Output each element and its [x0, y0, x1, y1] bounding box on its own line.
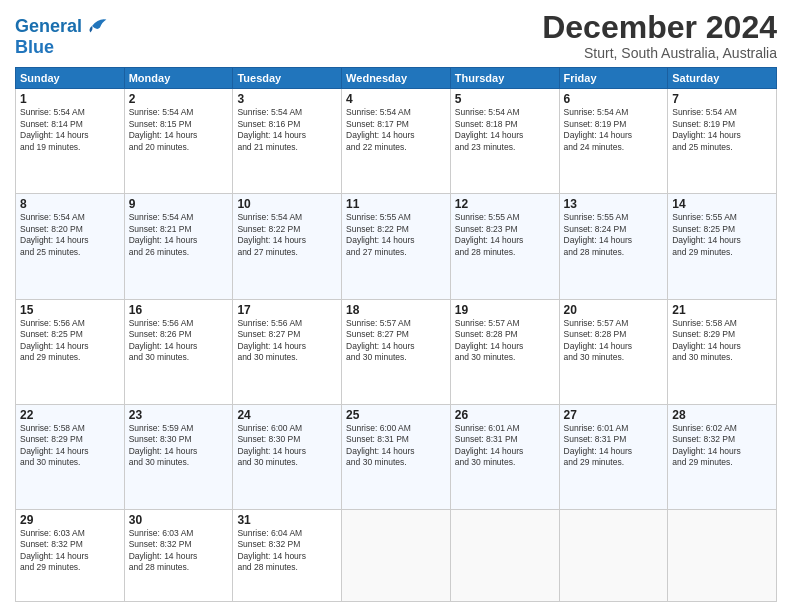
day-cell: 5 Sunrise: 5:54 AM Sunset: 8:18 PM Dayli… — [450, 89, 559, 194]
col-header-wednesday: Wednesday — [342, 68, 451, 89]
day-number: 10 — [237, 197, 337, 211]
week-row-2: 8 Sunrise: 5:54 AM Sunset: 8:20 PM Dayli… — [16, 194, 777, 299]
day-info: Sunrise: 5:57 AM Sunset: 8:27 PM Dayligh… — [346, 318, 446, 364]
header: General Blue December 2024 Sturt, South … — [15, 10, 777, 61]
day-cell: 29 Sunrise: 6:03 AM Sunset: 8:32 PM Dayl… — [16, 509, 125, 601]
day-info: Sunrise: 5:54 AM Sunset: 8:20 PM Dayligh… — [20, 212, 120, 258]
day-cell: 12 Sunrise: 5:55 AM Sunset: 8:23 PM Dayl… — [450, 194, 559, 299]
day-cell: 25 Sunrise: 6:00 AM Sunset: 8:31 PM Dayl… — [342, 404, 451, 509]
day-info: Sunrise: 5:55 AM Sunset: 8:23 PM Dayligh… — [455, 212, 555, 258]
day-cell: 7 Sunrise: 5:54 AM Sunset: 8:19 PM Dayli… — [668, 89, 777, 194]
day-cell: 11 Sunrise: 5:55 AM Sunset: 8:22 PM Dayl… — [342, 194, 451, 299]
day-cell: 6 Sunrise: 5:54 AM Sunset: 8:19 PM Dayli… — [559, 89, 668, 194]
logo-text-blue: Blue — [15, 38, 54, 56]
col-header-tuesday: Tuesday — [233, 68, 342, 89]
day-info: Sunrise: 5:59 AM Sunset: 8:30 PM Dayligh… — [129, 423, 229, 469]
day-cell: 14 Sunrise: 5:55 AM Sunset: 8:25 PM Dayl… — [668, 194, 777, 299]
week-row-3: 15 Sunrise: 5:56 AM Sunset: 8:25 PM Dayl… — [16, 299, 777, 404]
day-cell: 8 Sunrise: 5:54 AM Sunset: 8:20 PM Dayli… — [16, 194, 125, 299]
day-info: Sunrise: 5:55 AM Sunset: 8:25 PM Dayligh… — [672, 212, 772, 258]
day-number: 19 — [455, 303, 555, 317]
day-number: 1 — [20, 92, 120, 106]
day-cell: 30 Sunrise: 6:03 AM Sunset: 8:32 PM Dayl… — [124, 509, 233, 601]
day-number: 20 — [564, 303, 664, 317]
col-header-monday: Monday — [124, 68, 233, 89]
day-number: 2 — [129, 92, 229, 106]
col-header-thursday: Thursday — [450, 68, 559, 89]
day-info: Sunrise: 5:56 AM Sunset: 8:26 PM Dayligh… — [129, 318, 229, 364]
calendar-table: SundayMondayTuesdayWednesdayThursdayFrid… — [15, 67, 777, 602]
day-info: Sunrise: 5:54 AM Sunset: 8:18 PM Dayligh… — [455, 107, 555, 153]
day-cell — [668, 509, 777, 601]
day-cell — [450, 509, 559, 601]
day-number: 11 — [346, 197, 446, 211]
day-info: Sunrise: 5:57 AM Sunset: 8:28 PM Dayligh… — [564, 318, 664, 364]
day-number: 17 — [237, 303, 337, 317]
calendar-subtitle: Sturt, South Australia, Australia — [542, 45, 777, 61]
day-cell: 18 Sunrise: 5:57 AM Sunset: 8:27 PM Dayl… — [342, 299, 451, 404]
title-block: December 2024 Sturt, South Australia, Au… — [542, 10, 777, 61]
day-info: Sunrise: 5:57 AM Sunset: 8:28 PM Dayligh… — [455, 318, 555, 364]
calendar-page: General Blue December 2024 Sturt, South … — [0, 0, 792, 612]
day-info: Sunrise: 6:01 AM Sunset: 8:31 PM Dayligh… — [455, 423, 555, 469]
day-cell: 24 Sunrise: 6:00 AM Sunset: 8:30 PM Dayl… — [233, 404, 342, 509]
day-info: Sunrise: 5:54 AM Sunset: 8:22 PM Dayligh… — [237, 212, 337, 258]
day-cell: 1 Sunrise: 5:54 AM Sunset: 8:14 PM Dayli… — [16, 89, 125, 194]
logo-text-general: General — [15, 17, 82, 35]
day-info: Sunrise: 5:54 AM Sunset: 8:19 PM Dayligh… — [564, 107, 664, 153]
day-number: 21 — [672, 303, 772, 317]
day-number: 29 — [20, 513, 120, 527]
day-number: 6 — [564, 92, 664, 106]
day-info: Sunrise: 5:55 AM Sunset: 8:22 PM Dayligh… — [346, 212, 446, 258]
day-info: Sunrise: 5:58 AM Sunset: 8:29 PM Dayligh… — [672, 318, 772, 364]
day-info: Sunrise: 5:54 AM Sunset: 8:21 PM Dayligh… — [129, 212, 229, 258]
day-cell: 2 Sunrise: 5:54 AM Sunset: 8:15 PM Dayli… — [124, 89, 233, 194]
calendar-header-row: SundayMondayTuesdayWednesdayThursdayFrid… — [16, 68, 777, 89]
day-info: Sunrise: 6:02 AM Sunset: 8:32 PM Dayligh… — [672, 423, 772, 469]
day-number: 24 — [237, 408, 337, 422]
day-cell: 21 Sunrise: 5:58 AM Sunset: 8:29 PM Dayl… — [668, 299, 777, 404]
day-info: Sunrise: 5:56 AM Sunset: 8:27 PM Dayligh… — [237, 318, 337, 364]
week-row-1: 1 Sunrise: 5:54 AM Sunset: 8:14 PM Dayli… — [16, 89, 777, 194]
day-cell: 20 Sunrise: 5:57 AM Sunset: 8:28 PM Dayl… — [559, 299, 668, 404]
day-info: Sunrise: 5:54 AM Sunset: 8:16 PM Dayligh… — [237, 107, 337, 153]
day-cell: 19 Sunrise: 5:57 AM Sunset: 8:28 PM Dayl… — [450, 299, 559, 404]
logo-bird-icon — [84, 14, 108, 38]
day-cell: 10 Sunrise: 5:54 AM Sunset: 8:22 PM Dayl… — [233, 194, 342, 299]
day-number: 8 — [20, 197, 120, 211]
day-cell: 16 Sunrise: 5:56 AM Sunset: 8:26 PM Dayl… — [124, 299, 233, 404]
day-number: 23 — [129, 408, 229, 422]
day-cell — [559, 509, 668, 601]
day-info: Sunrise: 5:54 AM Sunset: 8:14 PM Dayligh… — [20, 107, 120, 153]
day-info: Sunrise: 5:54 AM Sunset: 8:17 PM Dayligh… — [346, 107, 446, 153]
day-info: Sunrise: 6:00 AM Sunset: 8:31 PM Dayligh… — [346, 423, 446, 469]
day-cell: 26 Sunrise: 6:01 AM Sunset: 8:31 PM Dayl… — [450, 404, 559, 509]
day-number: 13 — [564, 197, 664, 211]
day-number: 16 — [129, 303, 229, 317]
day-number: 18 — [346, 303, 446, 317]
day-number: 28 — [672, 408, 772, 422]
day-cell: 28 Sunrise: 6:02 AM Sunset: 8:32 PM Dayl… — [668, 404, 777, 509]
day-number: 27 — [564, 408, 664, 422]
calendar-title: December 2024 — [542, 10, 777, 45]
day-info: Sunrise: 5:56 AM Sunset: 8:25 PM Dayligh… — [20, 318, 120, 364]
day-number: 26 — [455, 408, 555, 422]
day-number: 31 — [237, 513, 337, 527]
col-header-sunday: Sunday — [16, 68, 125, 89]
week-row-5: 29 Sunrise: 6:03 AM Sunset: 8:32 PM Dayl… — [16, 509, 777, 601]
day-info: Sunrise: 5:58 AM Sunset: 8:29 PM Dayligh… — [20, 423, 120, 469]
day-number: 15 — [20, 303, 120, 317]
day-number: 25 — [346, 408, 446, 422]
day-cell: 9 Sunrise: 5:54 AM Sunset: 8:21 PM Dayli… — [124, 194, 233, 299]
day-number: 4 — [346, 92, 446, 106]
day-number: 7 — [672, 92, 772, 106]
day-number: 14 — [672, 197, 772, 211]
day-cell: 3 Sunrise: 5:54 AM Sunset: 8:16 PM Dayli… — [233, 89, 342, 194]
day-info: Sunrise: 6:01 AM Sunset: 8:31 PM Dayligh… — [564, 423, 664, 469]
logo: General Blue — [15, 14, 108, 56]
week-row-4: 22 Sunrise: 5:58 AM Sunset: 8:29 PM Dayl… — [16, 404, 777, 509]
day-number: 5 — [455, 92, 555, 106]
day-number: 3 — [237, 92, 337, 106]
day-number: 30 — [129, 513, 229, 527]
day-info: Sunrise: 5:55 AM Sunset: 8:24 PM Dayligh… — [564, 212, 664, 258]
